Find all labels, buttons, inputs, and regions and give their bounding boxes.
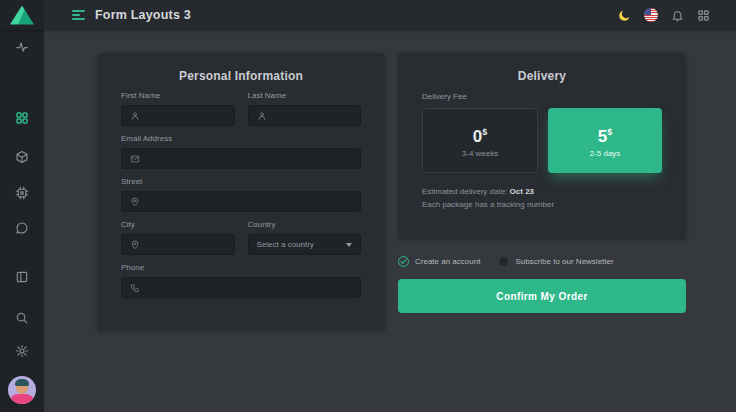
checkbox-checked-icon <box>398 256 409 267</box>
chevron-down-icon <box>346 243 352 247</box>
bell-notifications-icon[interactable] <box>671 9 684 22</box>
moon-theme-icon[interactable] <box>618 9 631 22</box>
cube-icon[interactable] <box>15 150 29 164</box>
city-label: City <box>121 220 235 230</box>
delivery-duration: 3-4 weeks <box>462 149 498 158</box>
delivery-fee-options: 0$ 3-4 weeks 5$ 2-5 days <box>422 108 662 173</box>
phone-input[interactable] <box>145 283 354 293</box>
delivery-column: Delivery Delivery Fee 0$ 3-4 weeks 5$ 2-… <box>398 53 686 313</box>
delivery-card: Delivery Delivery Fee 0$ 3-4 weeks 5$ 2-… <box>398 53 686 240</box>
delivery-title: Delivery <box>398 53 686 83</box>
email-input[interactable] <box>145 154 354 164</box>
app-logo[interactable] <box>0 0 44 30</box>
personal-information-title: Personal Information <box>97 53 385 83</box>
top-header-bar: Form Layouts 3 <box>0 0 736 30</box>
map-pin-icon <box>130 240 140 250</box>
create-account-checkbox[interactable]: Create an account <box>398 256 480 267</box>
estimated-delivery-date: Estimated delivery date: Oct 23 <box>422 186 662 197</box>
country-select-value: Select a country <box>255 240 314 249</box>
delivery-price: 0$ <box>473 123 487 146</box>
delivery-price: 5$ <box>598 123 612 146</box>
cpu-chip-icon[interactable] <box>15 186 29 200</box>
newsletter-label: Subscribe to our Newsletter <box>515 257 613 266</box>
grid-apps-icon[interactable] <box>697 9 710 22</box>
delivery-option-express[interactable]: 5$ 2-5 days <box>548 108 662 173</box>
email-label: Email Address <box>121 134 361 144</box>
us-flag-language-icon[interactable] <box>644 8 658 22</box>
delivery-option-standard[interactable]: 0$ 3-4 weeks <box>422 108 538 173</box>
tracking-note: Each package has a tracking number <box>422 199 662 210</box>
left-sidebar <box>0 30 44 412</box>
first-name-field-wrap <box>121 105 235 126</box>
last-name-field-wrap <box>248 105 362 126</box>
order-options-row: Create an account Subscribe to our Newsl… <box>398 256 686 267</box>
street-label: Street <box>121 177 361 187</box>
map-pin-icon <box>130 197 140 207</box>
estimated-date-value: Oct 23 <box>510 187 534 196</box>
email-field-wrap <box>121 148 361 169</box>
personal-information-card: Personal Information First Name <box>97 53 385 331</box>
sidebar-toggle-menu-icon[interactable] <box>72 10 85 20</box>
envelope-icon <box>130 154 140 164</box>
first-name-input[interactable] <box>145 111 228 121</box>
activity-icon[interactable] <box>15 40 29 54</box>
keypad-grid-icon[interactable] <box>15 111 29 125</box>
delivery-duration: 2-5 days <box>590 149 621 158</box>
phone-icon <box>130 283 140 293</box>
chat-bubble-icon[interactable] <box>15 221 29 235</box>
main-content: Personal Information First Name <box>44 30 736 412</box>
triangle-logo-icon <box>10 6 34 25</box>
last-name-input[interactable] <box>272 111 355 121</box>
phone-label: Phone <box>121 263 361 273</box>
street-field-wrap <box>121 191 361 212</box>
app-window: Form Layouts 3 <box>0 0 736 412</box>
first-name-label: First Name <box>121 91 235 101</box>
checkbox-unchecked-icon <box>498 256 509 267</box>
book-layout-icon[interactable] <box>15 270 29 284</box>
create-account-label: Create an account <box>415 257 480 266</box>
country-label: Country <box>248 220 362 230</box>
city-field-wrap <box>121 234 235 255</box>
header-actions <box>618 8 736 22</box>
newsletter-checkbox[interactable]: Subscribe to our Newsletter <box>498 256 613 267</box>
city-input[interactable] <box>145 240 228 250</box>
last-name-label: Last Name <box>248 91 362 101</box>
search-icon[interactable] <box>15 311 29 325</box>
settings-gear-icon[interactable] <box>15 344 29 358</box>
phone-field-wrap <box>121 277 361 298</box>
user-avatar[interactable] <box>8 376 36 404</box>
delivery-fee-label: Delivery Fee <box>422 92 662 102</box>
person-icon <box>257 111 267 121</box>
confirm-order-button[interactable]: Confirm My Order <box>398 279 686 313</box>
page-title: Form Layouts 3 <box>95 8 191 22</box>
person-icon <box>130 111 140 121</box>
street-input[interactable] <box>145 197 354 207</box>
country-select[interactable]: Select a country <box>248 234 362 255</box>
